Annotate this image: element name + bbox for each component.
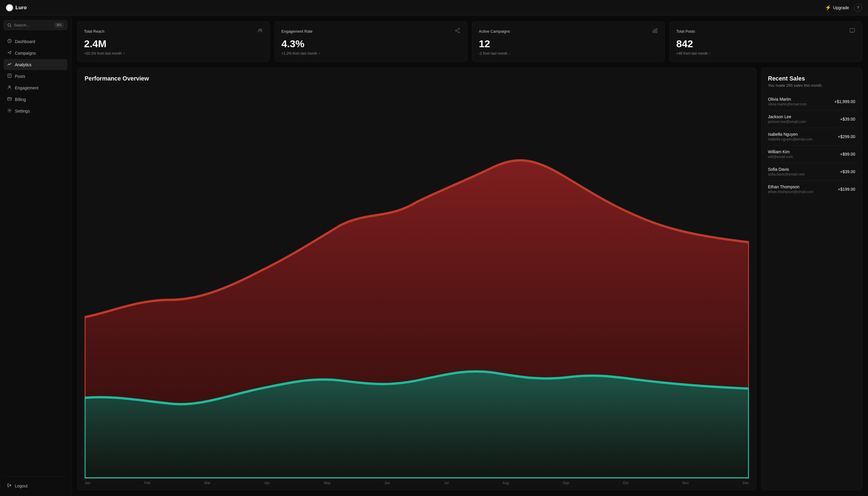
sidebar-item-engagement[interactable]: Engagement <box>3 82 67 93</box>
sale-amount: +$99.00 <box>840 152 855 156</box>
sale-email: will@email.com <box>768 155 793 159</box>
svg-point-16 <box>455 30 456 31</box>
stat-change: +48 from last month ↑ <box>676 51 855 56</box>
search-shortcut: ⌘K <box>54 22 64 28</box>
sale-row: Jackson Lee jackson.lee@email.com +$39.0… <box>768 110 855 128</box>
change-text: +1.2% from last month <box>282 51 317 56</box>
search-box[interactable]: Search... ⌘K <box>3 20 67 30</box>
x-label-sep: Sep <box>563 481 569 485</box>
svg-rect-22 <box>656 29 657 33</box>
stat-card-total-posts: Total Posts 842 +48 from last month ↑ <box>670 21 862 62</box>
x-label-nov: Nov <box>682 481 689 485</box>
sale-info: Jackson Lee jackson.lee@email.com <box>768 114 806 124</box>
stat-card-active-campaigns: Active Campaigns 12 -2 from last month ↓ <box>472 21 665 62</box>
sidebar-item-analytics[interactable]: Analytics <box>3 59 67 70</box>
svg-point-11 <box>9 110 10 111</box>
sale-row: Olivia Martin olivia.martin@email.com +$… <box>768 93 855 110</box>
sale-name: William Kim <box>768 150 793 154</box>
sales-title: Recent Sales <box>768 75 855 82</box>
sale-name: Olivia Martin <box>768 97 807 102</box>
search-left: Search... <box>7 23 29 27</box>
x-label-jul: Jul <box>444 481 449 485</box>
x-label-aug: Aug <box>502 481 509 485</box>
stat-change: +1.2% from last month ↑ <box>282 51 461 56</box>
trend-arrow-down: ↓ <box>509 51 511 56</box>
sidebar-item-label: Campaigns <box>15 51 36 56</box>
engagement-icon <box>7 85 12 91</box>
logout-label: Logout <box>15 483 28 488</box>
sidebar-item-label: Engagement <box>15 86 38 90</box>
x-label-apr: Apr <box>264 481 270 485</box>
search-placeholder: Search... <box>14 23 29 27</box>
sidebar-item-campaigns[interactable]: Campaigns <box>3 47 67 59</box>
svg-line-18 <box>456 29 459 30</box>
stat-label: Total Reach <box>84 29 105 34</box>
stat-label: Active Campaigns <box>479 29 510 34</box>
svg-line-19 <box>456 31 459 32</box>
reach-icon <box>257 28 263 35</box>
x-label-oct: Oct <box>623 481 628 485</box>
sale-email: isabella.nguyen@email.com <box>768 137 813 141</box>
stat-value: 4.3% <box>282 38 461 50</box>
chart-area <box>85 87 749 479</box>
svg-rect-21 <box>655 29 656 33</box>
change-text: -2 from last month <box>479 51 508 56</box>
stat-card-header: Total Posts <box>676 28 855 35</box>
bottom-row: Performance Overview <box>77 68 862 490</box>
chart-x-labels: Jan Feb Mar Apr May Jun Jul Aug Sep Oct … <box>85 479 749 485</box>
stat-card-total-reach: Total Reach 2.4M +20.1% from last month … <box>77 21 270 62</box>
sidebar-item-billing[interactable]: Billing <box>3 94 67 105</box>
stat-value: 842 <box>676 38 855 50</box>
svg-rect-20 <box>653 31 654 33</box>
app-name: Luro <box>15 5 27 11</box>
sidebar-item-posts[interactable]: Posts <box>3 71 67 82</box>
upgrade-button[interactable]: ⚡ Upgrade <box>825 5 849 11</box>
sale-info: Olivia Martin olivia.martin@email.com <box>768 97 807 106</box>
sale-email: ethan.thompson@email.com <box>768 190 814 194</box>
topbar: Luro ⚡ Upgrade ? <box>0 0 868 15</box>
trend-arrow-up: ↑ <box>123 51 125 56</box>
change-text: +20.1% from last month <box>84 51 122 56</box>
x-label-feb: Feb <box>144 481 150 485</box>
sale-row: William Kim will@email.com +$99.00 <box>768 145 855 163</box>
svg-point-15 <box>459 28 460 29</box>
help-label: ? <box>857 5 859 10</box>
sidebar-item-settings[interactable]: Settings <box>3 106 67 117</box>
sale-name: Jackson Lee <box>768 114 806 119</box>
sidebar-item-dashboard[interactable]: Dashboard <box>3 36 67 47</box>
sale-info: Isabella Nguyen isabella.nguyen@email.co… <box>768 132 813 141</box>
posts-icon <box>7 73 12 79</box>
sidebar-item-label: Posts <box>15 74 25 79</box>
analytics-icon <box>7 62 12 67</box>
sidebar: Search... ⌘K Dashboard <box>0 15 71 496</box>
logout-button[interactable]: Logout <box>3 480 67 491</box>
sale-amount: +$39.00 <box>840 169 855 174</box>
message-icon <box>849 28 855 35</box>
sale-amount: +$1,999.00 <box>834 99 855 104</box>
sidebar-item-label: Settings <box>15 109 30 113</box>
svg-point-14 <box>261 29 262 30</box>
sale-email: olivia.martin@email.com <box>768 102 807 106</box>
x-label-may: May <box>324 481 331 485</box>
upgrade-label: Upgrade <box>833 5 849 10</box>
x-label-jan: Jan <box>85 481 90 485</box>
stat-card-header: Engagement Rate <box>282 28 461 35</box>
sale-name: Ethan Thompson <box>768 184 814 189</box>
help-button[interactable]: ? <box>854 3 862 12</box>
svg-point-13 <box>259 29 260 31</box>
chart-card: Performance Overview <box>77 68 756 490</box>
share-icon <box>454 28 461 35</box>
sale-row: Isabella Nguyen isabella.nguyen@email.co… <box>768 128 855 145</box>
search-icon <box>7 23 12 27</box>
sales-card: Recent Sales You made 265 sales this mon… <box>761 68 862 490</box>
stats-row: Total Reach 2.4M +20.1% from last month … <box>77 21 862 62</box>
logo-icon <box>6 4 13 11</box>
sidebar-item-label: Dashboard <box>15 39 35 44</box>
topbar-right: ⚡ Upgrade ? <box>825 3 862 12</box>
body: Search... ⌘K Dashboard <box>0 15 868 496</box>
stat-card-header: Total Reach <box>84 28 263 35</box>
bar-chart-icon <box>652 28 658 35</box>
stat-change: -2 from last month ↓ <box>479 51 658 56</box>
nav-items: Dashboard Campaigns Analytics <box>3 36 67 476</box>
dashboard-icon <box>7 38 12 44</box>
